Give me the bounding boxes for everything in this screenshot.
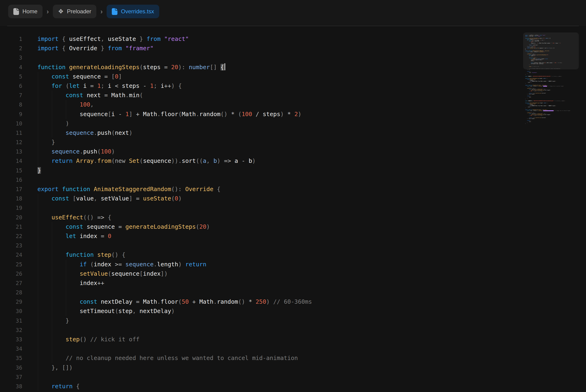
code-token: steps bbox=[143, 64, 161, 70]
indent-guide bbox=[38, 100, 38, 109]
code-token: ( bbox=[62, 82, 69, 89]
code-token: index bbox=[530, 55, 533, 56]
code-line[interactable]: 20 useEffect(() => { bbox=[0, 213, 517, 222]
code-token: Override bbox=[545, 50, 549, 52]
code-line-text: index++ bbox=[38, 278, 104, 288]
code-token: clearInterval bbox=[535, 117, 541, 118]
code-token: const bbox=[52, 73, 69, 80]
code-token: i bbox=[157, 82, 164, 89]
line-number: 17 bbox=[0, 184, 22, 194]
code-token: ( bbox=[140, 158, 143, 164]
code-token: . bbox=[94, 158, 97, 164]
code-line[interactable]: 3 bbox=[0, 53, 517, 62]
code-token: Array bbox=[73, 158, 94, 164]
indent-guide bbox=[38, 297, 38, 306]
code-token: = bbox=[132, 298, 143, 305]
code-token: nextDelay bbox=[136, 308, 171, 314]
code-line[interactable]: 17export function AnimateStaggeredRandom… bbox=[0, 184, 517, 194]
code-line-text: // no cleanup needed here unless we want… bbox=[38, 354, 298, 363]
code-line[interactable]: 14 return Array.from(new Set(sequence)).… bbox=[0, 156, 517, 166]
breadcrumb-item-overrides-tsx[interactable]: Overrides.tsx bbox=[107, 5, 159, 18]
code-line[interactable]: 4function generateLoadingSteps(steps = 2… bbox=[0, 62, 517, 72]
code-line-text: sequence.push(100) bbox=[38, 147, 115, 156]
code-token: { bbox=[220, 64, 224, 70]
code-token: ]) bbox=[534, 94, 535, 94]
code-line[interactable]: 18 const [value, setValue] = useState(0) bbox=[0, 194, 517, 203]
code-token: ( bbox=[535, 104, 535, 104]
code-token: )) bbox=[171, 158, 178, 164]
code-line[interactable]: 5 const sequence = [0] bbox=[0, 72, 517, 81]
indent-guide bbox=[38, 382, 38, 391]
code-line[interactable]: 28 bbox=[0, 288, 517, 297]
code-line[interactable]: 7 const next = Math.min( bbox=[0, 91, 517, 100]
code-line[interactable]: 24 function step() { bbox=[0, 250, 517, 260]
line-number: 25 bbox=[0, 260, 22, 269]
code-token: 20 bbox=[199, 223, 206, 230]
code-line[interactable]: 9 sequence[i - 1] + Math.floor(Math.rand… bbox=[0, 110, 517, 119]
breadcrumb-item-home[interactable]: Home bbox=[8, 5, 43, 18]
code-line[interactable]: 26 setValue(sequence[index]) bbox=[0, 269, 517, 278]
code-line[interactable]: 29 const nextDelay = Math.floor(50 + Mat… bbox=[0, 297, 517, 306]
code-line[interactable]: 2import { Override } from "framer" bbox=[0, 44, 517, 53]
code-token: ) bbox=[531, 106, 532, 108]
code-token: step bbox=[529, 66, 531, 67]
code-line[interactable]: 34 bbox=[0, 344, 517, 354]
code-token: . bbox=[178, 158, 182, 164]
code-token: index bbox=[143, 270, 161, 277]
code-token: "framer" bbox=[122, 45, 153, 52]
code-line[interactable]: 33 step() // kick it off bbox=[0, 335, 517, 344]
code-token: => bbox=[220, 158, 234, 164]
code-line[interactable]: 30 setTimeout(step, nextDelay) bbox=[0, 306, 517, 316]
indent-guide bbox=[38, 316, 38, 326]
code-token: , bbox=[90, 101, 94, 108]
code-line[interactable]: 11 sequence.push(next) bbox=[0, 128, 517, 138]
code-line[interactable]: 19 bbox=[0, 203, 517, 212]
code-token: ] bbox=[129, 111, 132, 118]
code-token: length bbox=[552, 105, 555, 106]
code-line[interactable]: 6 for (let i = 1; i < steps - 1; i++) { bbox=[0, 81, 517, 91]
code-line-text: import { Override } from "framer" bbox=[38, 44, 154, 53]
code-token: 1 bbox=[125, 111, 129, 118]
code-token: } bbox=[529, 64, 529, 65]
code-token: Math bbox=[547, 62, 549, 63]
code-line[interactable]: 37 bbox=[0, 372, 517, 382]
code-line[interactable]: 32 bbox=[0, 326, 517, 335]
code-token: 1 bbox=[150, 82, 154, 89]
line-number: 19 bbox=[0, 203, 22, 212]
code-token: ( bbox=[196, 223, 199, 230]
code-line[interactable]: 12 } bbox=[0, 138, 517, 147]
code-token: Math bbox=[199, 298, 213, 305]
code-line[interactable]: 16 bbox=[0, 175, 517, 184]
code-token: }, [ bbox=[527, 118, 529, 119]
code-line[interactable]: 8 100, bbox=[0, 100, 517, 109]
code-token: for bbox=[52, 82, 62, 89]
code-token: ) bbox=[298, 111, 302, 118]
code-editor[interactable]: 1import { useEffect, useState } from "re… bbox=[0, 26, 517, 391]
code-line[interactable]: 15} bbox=[0, 166, 517, 175]
breadcrumb-item-preloader[interactable]: ❖Preloader bbox=[53, 5, 96, 18]
code-token: "ABCDEFGHIJKLMNOPQRSTUVWXYZ0123456789" bbox=[533, 76, 551, 77]
code-token: , bbox=[94, 195, 97, 202]
code-line[interactable]: 1import { useEffect, useState } from "re… bbox=[0, 34, 517, 44]
code-line[interactable]: 27 index++ bbox=[0, 278, 517, 288]
indent-guide bbox=[38, 250, 38, 260]
code-token: "react" bbox=[161, 36, 189, 42]
code-token: clearInterval bbox=[535, 93, 541, 94]
code-line[interactable]: 31 } bbox=[0, 316, 517, 326]
code-line[interactable]: 10 ) bbox=[0, 119, 517, 128]
code-line[interactable]: 13 sequence.push(100) bbox=[0, 147, 517, 156]
code-token: generateLoadingSteps bbox=[66, 64, 139, 70]
code-token: } bbox=[525, 108, 526, 108]
minimap[interactable]: import { useEffect, useState } from "rea… bbox=[523, 32, 581, 128]
indent-guide bbox=[52, 269, 52, 278]
code-line[interactable]: 36 }, []) bbox=[0, 363, 517, 372]
code-line[interactable]: 35 // no cleanup needed here unless we w… bbox=[0, 354, 517, 363]
code-line[interactable]: 23 bbox=[0, 241, 517, 250]
code-token: if bbox=[80, 261, 87, 268]
code-line[interactable]: 21 const sequence = generateLoadingSteps… bbox=[0, 222, 517, 232]
code-line[interactable]: 25 if (index >= sequence.length) return bbox=[0, 260, 517, 269]
code-token: ( bbox=[108, 270, 111, 277]
code-token: ( bbox=[238, 111, 241, 118]
code-line[interactable]: 22 let index = 0 bbox=[0, 232, 517, 241]
code-line[interactable]: 38 return { bbox=[0, 382, 517, 391]
